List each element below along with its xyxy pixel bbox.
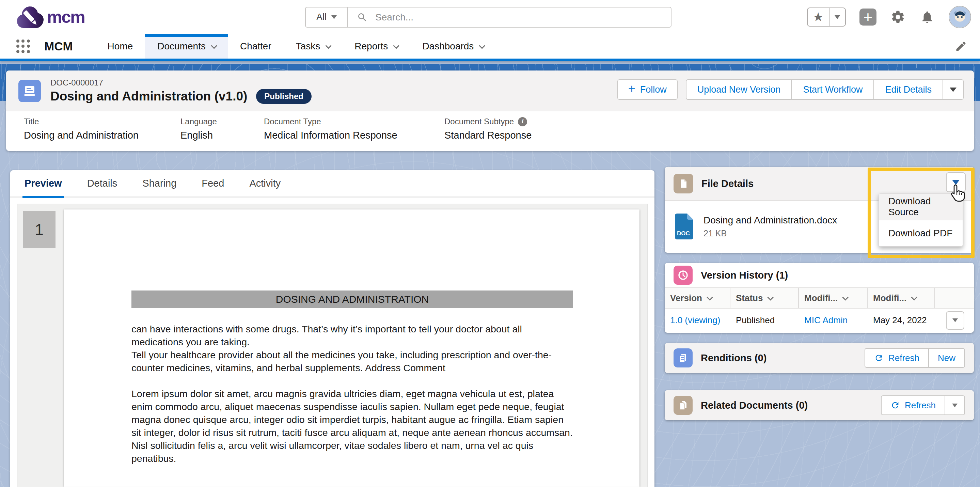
app-launcher-icon[interactable] xyxy=(16,40,30,53)
related-documents-icon xyxy=(673,396,693,415)
quick-create-button[interactable]: + xyxy=(859,8,877,25)
chevron-down-icon xyxy=(211,43,217,49)
record-header-top: DOC-0000017 Dosing and Administration (v… xyxy=(6,70,974,111)
table-header-row: Version Status Modifi... Modifi... xyxy=(665,287,974,309)
refresh-button[interactable]: Refresh xyxy=(881,396,945,414)
card-title: Related Documents (0) xyxy=(701,400,808,411)
nav-tab-home[interactable]: Home xyxy=(95,34,145,59)
record-title-block: DOC-0000017 Dosing and Administration (v… xyxy=(50,78,312,104)
edit-nav-button[interactable] xyxy=(955,40,967,54)
tab-details[interactable]: Details xyxy=(87,170,118,197)
file-name: Dosing and Administration.docx xyxy=(703,215,837,226)
more-actions-button[interactable] xyxy=(945,396,964,414)
preview-area: 1 DOSING AND ADMINISTRATION can have int… xyxy=(17,204,648,487)
screen: mcm All ★ + xyxy=(0,0,980,487)
row-actions-button[interactable] xyxy=(946,311,964,329)
plus-icon: + xyxy=(628,82,635,96)
file-glyph xyxy=(678,178,689,189)
tab-feed[interactable]: Feed xyxy=(202,170,224,197)
modified-date: May 24, 2022 xyxy=(868,315,935,326)
mcm-logo[interactable]: mcm xyxy=(16,4,85,30)
menu-item-download-source[interactable]: Download Source xyxy=(879,194,963,220)
chevron-down-icon xyxy=(393,43,399,49)
version-history-card: Version History (1) Version Status Modif… xyxy=(665,263,974,333)
app-nav-bar: MCM Home Documents Chatter Tasks Reports… xyxy=(0,34,980,61)
document-page: DOSING AND ADMINISTRATION can have inter… xyxy=(64,209,640,487)
document-glyph xyxy=(23,84,37,98)
svg-text:DOC: DOC xyxy=(677,230,690,237)
document-paragraph: Tell your healthcare provider about all … xyxy=(131,349,573,374)
field-document-subtype: Document Subtypei Standard Response xyxy=(444,117,531,141)
tab-preview[interactable]: Preview xyxy=(24,170,62,197)
search-scope-label: All xyxy=(317,12,326,22)
modified-by-link[interactable]: MIC Admin xyxy=(799,315,868,326)
clock-icon xyxy=(673,266,693,285)
document-paragraph: can have interactions with some drugs. T… xyxy=(131,323,573,349)
file-size: 21 KB xyxy=(703,229,837,239)
user-avatar[interactable] xyxy=(949,6,971,28)
version-status: Published xyxy=(730,315,799,326)
follow-button[interactable]: + Follow xyxy=(617,80,678,100)
detail-tabs: Preview Details Sharing Feed Activity xyxy=(10,170,654,197)
setup-button[interactable] xyxy=(890,9,906,25)
chevron-down-icon xyxy=(331,15,337,19)
download-dropdown-menu: Download Source Download PDF xyxy=(878,193,963,247)
menu-item-download-pdf[interactable]: Download PDF xyxy=(879,220,963,246)
column-modified-by[interactable]: Modifi... xyxy=(799,288,868,308)
related-documents-actions: Refresh xyxy=(881,395,965,415)
pencil-icon xyxy=(955,40,967,53)
record-header-card: DOC-0000017 Dosing and Administration (v… xyxy=(6,70,974,151)
favorite-star-button[interactable]: ★ xyxy=(808,8,829,26)
chevron-down-icon xyxy=(479,43,485,49)
nav-tab-reports[interactable]: Reports xyxy=(342,34,410,59)
tab-sharing[interactable]: Sharing xyxy=(142,170,177,197)
column-status[interactable]: Status xyxy=(730,288,799,308)
tab-activity[interactable]: Activity xyxy=(249,170,281,197)
document-content: DOSING AND ADMINISTRATION can have inter… xyxy=(131,291,573,465)
search-body xyxy=(348,11,671,23)
new-button[interactable]: New xyxy=(929,349,964,367)
nav-tab-tasks[interactable]: Tasks xyxy=(284,34,342,59)
caret-down-icon xyxy=(835,15,840,19)
status-badge: Published xyxy=(256,89,312,104)
version-link[interactable]: 1.0 (viewing) xyxy=(665,315,730,326)
global-header: mcm All ★ + xyxy=(0,0,980,34)
file-actions-menu-button[interactable] xyxy=(946,172,966,192)
document-preview-card: Preview Details Sharing Feed Activity 1 … xyxy=(10,170,654,487)
nav-tab-documents[interactable]: Documents xyxy=(145,34,228,59)
upload-new-version-button[interactable]: Upload New Version xyxy=(686,80,792,99)
more-actions-button[interactable] xyxy=(943,80,963,99)
info-icon[interactable]: i xyxy=(518,117,527,126)
favorites-control: ★ xyxy=(807,8,846,27)
start-workflow-button[interactable]: Start Workflow xyxy=(792,80,874,99)
caret-down-icon xyxy=(952,180,959,185)
app-name: MCM xyxy=(44,40,73,53)
column-modified-date[interactable]: Modifi... xyxy=(868,288,935,308)
chevron-down-icon xyxy=(326,43,332,49)
field-language: Language English xyxy=(180,117,217,141)
card-title: Renditions (0) xyxy=(701,352,767,364)
search-input[interactable] xyxy=(375,11,671,23)
nav-tab-chatter[interactable]: Chatter xyxy=(228,34,284,59)
nav-tab-dashboards[interactable]: Dashboards xyxy=(410,34,496,59)
plus-icon: + xyxy=(864,10,873,24)
document-record-icon xyxy=(18,80,41,102)
edit-details-button[interactable]: Edit Details xyxy=(874,80,943,99)
refresh-button[interactable]: Refresh xyxy=(865,349,929,367)
file-icon xyxy=(673,174,693,193)
record-id: DOC-0000017 xyxy=(50,78,312,88)
bell-icon xyxy=(920,10,934,24)
chevron-down-icon xyxy=(911,294,917,300)
search-scope-select[interactable]: All xyxy=(306,8,348,27)
page-thumbnail[interactable]: 1 xyxy=(23,211,56,248)
document-heading: DOSING AND ADMINISTRATION xyxy=(131,291,573,308)
renditions-actions: Refresh New xyxy=(865,348,965,368)
renditions-icon xyxy=(673,349,693,368)
caret-down-icon xyxy=(952,404,958,407)
record-actions: + Follow Upload New Version Start Workfl… xyxy=(617,80,964,100)
column-version[interactable]: Version xyxy=(665,288,730,308)
caret-down-icon xyxy=(952,318,958,322)
notifications-button[interactable] xyxy=(920,9,935,25)
nav-tabs: Home Documents Chatter Tasks Reports Das… xyxy=(95,34,496,59)
favorites-menu-button[interactable] xyxy=(829,8,845,26)
